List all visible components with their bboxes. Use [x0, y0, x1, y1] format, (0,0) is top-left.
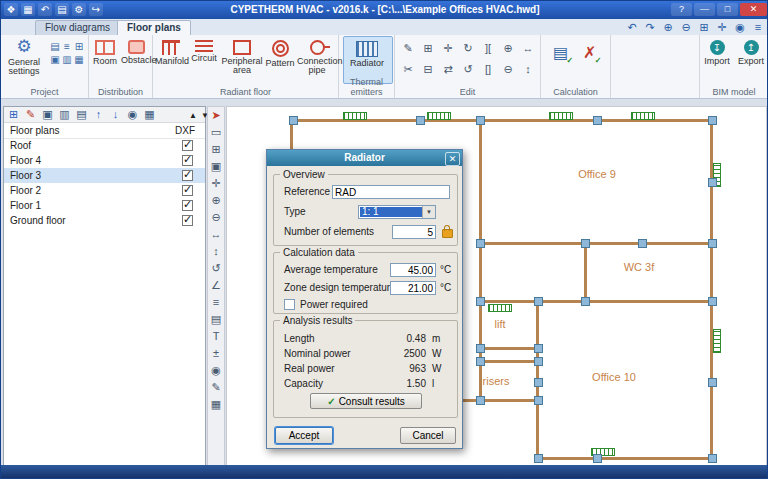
zone-design-temperature-input[interactable] — [390, 281, 436, 295]
select-tool-icon[interactable]: ➤ — [208, 107, 224, 124]
selection-handle[interactable] — [534, 378, 543, 387]
accept-button[interactable]: Accept — [275, 427, 333, 444]
dxf-checkbox[interactable] — [182, 155, 193, 166]
selection-handle[interactable] — [416, 116, 425, 125]
edit-tool-icon[interactable]: ✎ — [208, 379, 224, 396]
tab-flow-diagrams[interactable]: Flow diagrams — [35, 20, 120, 35]
cancel-button[interactable]: Cancel — [400, 427, 456, 444]
floor-row-ground-floor[interactable]: Ground floor — [4, 213, 205, 228]
floor-row-floor-4[interactable]: Floor 4 — [4, 153, 205, 168]
move-up-icon[interactable]: ↑ — [92, 108, 105, 121]
selection-handle[interactable] — [708, 178, 717, 187]
export-project-icon[interactable]: ↪ — [89, 3, 103, 16]
chevron-down-icon[interactable]: ▼ — [422, 206, 435, 218]
zoom-window-tool-icon[interactable]: ⊞ — [208, 141, 224, 158]
project-table-icon[interactable]: ▦ — [73, 54, 85, 67]
add-floor-icon[interactable]: ⊞ — [7, 108, 20, 121]
erase-icon[interactable]: ✎ — [399, 40, 417, 56]
radiator-symbol[interactable] — [631, 112, 655, 120]
selection-handle[interactable] — [476, 239, 485, 248]
selection-handle[interactable] — [708, 378, 717, 387]
zoom-extents-icon[interactable]: ◉ — [733, 20, 747, 34]
marquee-tool-icon[interactable]: ▭ — [208, 124, 224, 141]
zoom-in-tool-icon[interactable]: ⊕ — [208, 192, 224, 209]
delete-floor-icon[interactable]: ▥ — [58, 108, 71, 121]
zoom-out-tool-icon[interactable]: ⊖ — [208, 209, 224, 226]
mirror-icon[interactable]: ⇄ — [439, 61, 457, 77]
project-layers-icon[interactable]: ▥ — [61, 54, 73, 67]
measure-vertical-tool-icon[interactable]: ↕ — [208, 243, 224, 260]
grid-tool-icon[interactable]: ▦ — [208, 396, 224, 413]
snap-tool-icon[interactable]: ◉ — [208, 362, 224, 379]
dxf-templates-icon[interactable]: ▦ — [143, 108, 156, 121]
zoom-out-icon[interactable]: ⊖ — [679, 20, 693, 34]
power-required-checkbox[interactable] — [284, 299, 295, 310]
circuit-button[interactable]: Circuit — [189, 39, 219, 63]
general-settings-button[interactable]: ⚙ General settings — [3, 37, 45, 76]
selection-handle[interactable] — [476, 116, 485, 125]
selection-handle[interactable] — [708, 116, 717, 125]
selection-handle[interactable] — [581, 239, 590, 248]
selection-handle[interactable] — [534, 396, 543, 405]
dialog-titlebar[interactable]: Radiator ✕ — [267, 150, 462, 166]
layers-tool-icon[interactable]: ≡ — [208, 294, 224, 311]
selection-handle[interactable] — [534, 357, 543, 366]
selection-handle[interactable] — [708, 239, 717, 248]
tab-floor-plans[interactable]: Floor plans — [117, 20, 191, 35]
print-icon[interactable]: ▤ — [55, 3, 69, 16]
move-icon[interactable]: ✛ — [439, 40, 457, 56]
paste-icon[interactable]: ⊟ — [419, 61, 437, 77]
peripheral-area-button[interactable]: Peripheral area — [221, 39, 263, 75]
type-dropdown[interactable]: 1: 1 ▼ — [358, 205, 436, 219]
undo-icon[interactable]: ↶ — [625, 20, 639, 34]
measure-horizontal-tool-icon[interactable]: ↔ — [208, 226, 224, 243]
average-temperature-input[interactable] — [390, 263, 436, 277]
extend-icon[interactable]: ][ — [479, 40, 497, 56]
check-results-icon[interactable]: ✗✓ — [583, 43, 596, 62]
selection-handle[interactable] — [708, 454, 717, 463]
redo-icon[interactable]: ↷ — [643, 20, 657, 34]
pattern-button[interactable]: Pattern — [265, 39, 295, 68]
selection-handle[interactable] — [708, 297, 717, 306]
text-tool-icon[interactable]: T — [208, 328, 224, 345]
copy-floor-icon[interactable]: ▣ — [41, 108, 54, 121]
stretch-v-icon[interactable]: ↕ — [519, 61, 537, 77]
pan-tool-icon[interactable]: ✛ — [208, 175, 224, 192]
cut-icon[interactable]: ✂ — [399, 61, 417, 77]
selection-handle[interactable] — [534, 297, 543, 306]
print-icon[interactable]: ▤ — [75, 108, 88, 121]
dimension-tool-icon[interactable]: ± — [208, 345, 224, 362]
number-of-elements-input[interactable] — [392, 225, 436, 239]
pan-icon[interactable]: ✛ — [715, 20, 729, 34]
dxf-checkbox[interactable] — [182, 170, 193, 181]
selection-handle[interactable] — [534, 344, 543, 353]
manifold-button[interactable]: Manifold — [155, 39, 187, 66]
selection-handle[interactable] — [534, 454, 543, 463]
stretch-icon[interactable]: ↔ — [519, 40, 537, 56]
floor-row-floor-2[interactable]: Floor 2 — [4, 183, 205, 198]
selection-handle[interactable] — [476, 297, 485, 306]
update-results-icon[interactable]: ▤✓ — [553, 43, 568, 62]
sort-up-icon[interactable]: ▲ — [189, 109, 197, 122]
floor-row-roof[interactable]: Roof — [4, 138, 205, 153]
dxf-checkbox[interactable] — [182, 200, 193, 211]
project-list-icon[interactable]: ≡ — [61, 41, 73, 54]
room-button[interactable]: Room — [91, 39, 119, 66]
shrink-icon[interactable]: ⊖ — [499, 61, 517, 77]
selection-handle[interactable] — [476, 357, 485, 366]
angle-tool-icon[interactable]: ∠ — [208, 277, 224, 294]
zoom-extents-tool-icon[interactable]: ▣ — [208, 158, 224, 175]
save-icon[interactable]: ▦ — [21, 3, 35, 16]
copy-icon[interactable]: ⊞ — [419, 40, 437, 56]
radiator-symbol[interactable] — [427, 112, 451, 120]
maximize-button[interactable]: □ — [717, 3, 738, 16]
project-copy-icon[interactable]: ▣ — [49, 54, 61, 67]
rotate-icon[interactable]: ↻ — [459, 40, 477, 56]
selection-handle[interactable] — [476, 344, 485, 353]
radiator-symbol[interactable] — [343, 112, 367, 120]
dxf-checkbox[interactable] — [182, 185, 193, 196]
offset-icon[interactable]: ⊕ — [499, 40, 517, 56]
selection-handle[interactable] — [638, 239, 647, 248]
zoom-window-icon[interactable]: ⊞ — [697, 20, 711, 34]
floor-row-floor-1[interactable]: Floor 1 — [4, 198, 205, 213]
